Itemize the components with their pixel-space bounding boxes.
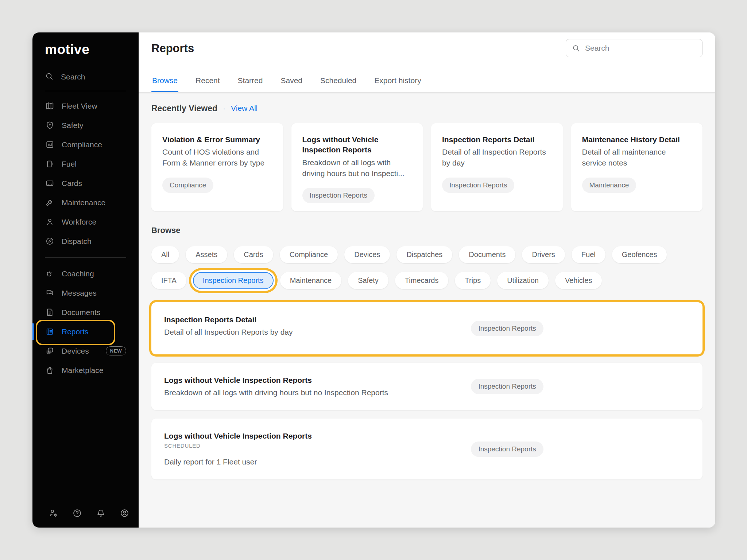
sidebar-item-label: Coaching [62, 269, 94, 278]
chip-devices[interactable]: Devices [344, 246, 390, 263]
sidebar-item-label: Documents [62, 308, 100, 317]
account-circle-icon[interactable] [120, 508, 129, 518]
admin-user-gear-icon[interactable] [49, 508, 58, 518]
chip-dispatches[interactable]: Dispatches [396, 246, 452, 263]
chip-maintenance[interactable]: Maintenance [280, 272, 342, 289]
tab-browse[interactable]: Browse [151, 76, 178, 92]
tab-saved[interactable]: Saved [280, 76, 303, 92]
report-list-item[interactable]: Logs without Vehicle Inspection Reports … [151, 419, 703, 479]
category-tag: Compliance [162, 178, 213, 193]
report-list-item[interactable]: Inspection Reports Detail Detail of all … [151, 302, 703, 354]
search-icon [572, 44, 580, 52]
report-card[interactable]: Logs without Vehicle Inspection Reports … [291, 123, 423, 211]
sidebar-item-fuel[interactable]: Fuel [32, 154, 139, 174]
chip-timecards[interactable]: Timecards [395, 272, 449, 289]
recently-viewed-cards: Violation & Error Summary Count of HOS v… [151, 123, 703, 211]
sidebar-search[interactable]: Search [45, 70, 139, 84]
sidebar-item-label: Reports [62, 327, 89, 336]
report-title: Inspection Reports Detail [164, 315, 690, 324]
shield-icon [45, 121, 54, 130]
card-description: Breakdown of all logs with driving hours… [302, 157, 412, 179]
card-description: Detail of all maintenance service notes [582, 147, 692, 168]
chip-fuel[interactable]: Fuel [572, 246, 605, 263]
sidebar-item-maintenance[interactable]: Maintenance [32, 193, 139, 212]
chip-drivers[interactable]: Drivers [522, 246, 565, 263]
card-description: Count of HOS violations and Form & Manne… [162, 147, 272, 168]
chip-ifta[interactable]: IFTA [151, 272, 186, 289]
search-icon [45, 72, 54, 82]
main-panel: Reports Browse Recent Starred Saved Sche… [139, 32, 715, 528]
chip-safety[interactable]: Safety [348, 272, 388, 289]
help-circle-icon[interactable] [72, 508, 82, 518]
view-all-link[interactable]: View All [231, 104, 258, 113]
report-list-item[interactable]: Logs without Vehicle Inspection Reports … [151, 363, 703, 410]
separator-dot: · [223, 104, 225, 113]
sidebar-item-fleet-view[interactable]: Fleet View [32, 96, 139, 116]
chip-inspection-reports[interactable]: Inspection Reports [193, 272, 274, 289]
reports-icon [45, 327, 54, 337]
sidebar-item-label: Cards [62, 179, 82, 188]
person-icon [45, 217, 54, 227]
sidebar-item-messages[interactable]: Messages [32, 283, 139, 303]
report-description: Breakdown of all logs with driving hours… [164, 388, 690, 397]
tab-scheduled[interactable]: Scheduled [320, 76, 357, 92]
category-tag: Inspection Reports [442, 178, 514, 193]
category-tag: Inspection Reports [471, 321, 543, 336]
category-tag: Inspection Reports [471, 379, 543, 394]
category-tag: Inspection Reports [302, 188, 375, 203]
sidebar-item-label: Compliance [62, 140, 102, 149]
sidebar-item-label: Fuel [62, 160, 77, 168]
sidebar-item-safety[interactable]: Safety [32, 116, 139, 135]
tab-recent[interactable]: Recent [195, 76, 221, 92]
report-tabs: Browse Recent Starred Saved Scheduled Ex… [151, 76, 422, 92]
sidebar-item-label: Dispatch [62, 237, 92, 246]
sidebar-nav-secondary: Coaching Messages Documents Reports Devi… [32, 264, 139, 380]
sidebar-item-label: Devices [62, 347, 89, 355]
sidebar-item-documents[interactable]: Documents [32, 303, 139, 322]
tab-export-history[interactable]: Export history [374, 76, 422, 92]
chip-compliance[interactable]: Compliance [280, 246, 338, 263]
chip-trips[interactable]: Trips [455, 272, 491, 289]
card-title: Inspection Reports Detail [442, 135, 552, 145]
page-header: Reports Browse Recent Starred Saved Sche… [139, 32, 715, 93]
sidebar-item-dispatch[interactable]: Dispatch [32, 232, 139, 251]
chip-cards[interactable]: Cards [234, 246, 273, 263]
sidebar-item-cards[interactable]: Cards [32, 174, 139, 193]
map-icon [45, 101, 54, 111]
chip-all[interactable]: All [151, 246, 179, 263]
whistle-icon [45, 269, 54, 279]
messages-icon [45, 288, 54, 298]
sidebar-search-label: Search [61, 73, 85, 81]
card-title: Violation & Error Summary [162, 135, 272, 145]
sidebar-item-label: Marketplace [62, 366, 103, 375]
chip-assets[interactable]: Assets [186, 246, 227, 263]
report-card[interactable]: Maintenance History Detail Detail of all… [571, 123, 703, 211]
wrench-icon [45, 198, 54, 207]
header-search-box[interactable] [566, 39, 703, 57]
sidebar-item-reports[interactable]: Reports [32, 322, 139, 341]
sidebar-item-marketplace[interactable]: Marketplace [32, 361, 139, 380]
card-description: Detail of all Inspection Reports by day [442, 147, 552, 168]
report-description: Daily report for 1 Fleet user [164, 458, 690, 466]
sidebar-item-coaching[interactable]: Coaching [32, 264, 139, 283]
sidebar-item-workforce[interactable]: Workforce [32, 212, 139, 232]
notifications-bell-icon[interactable] [96, 508, 106, 518]
sidebar-footer [32, 508, 139, 528]
chip-geofences[interactable]: Geofences [612, 246, 667, 263]
sidebar-item-label: Maintenance [62, 198, 105, 207]
report-card[interactable]: Violation & Error Summary Count of HOS v… [151, 123, 283, 211]
report-card[interactable]: Inspection Reports Detail Detail of all … [431, 123, 563, 211]
card-title: Maintenance History Detail [582, 135, 692, 145]
sidebar-item-devices[interactable]: Devices NEW [32, 341, 139, 361]
chip-documents[interactable]: Documents [459, 246, 515, 263]
chip-utilization[interactable]: Utilization [497, 272, 549, 289]
chip-vehicles[interactable]: Vehicles [555, 272, 602, 289]
category-chips-row-1: All Assets Cards Compliance Devices Disp… [151, 246, 703, 263]
app-window: motive Search Fleet View Safety Complian… [32, 32, 715, 528]
header-search-input[interactable] [584, 43, 696, 53]
category-tag: Maintenance [582, 178, 636, 193]
sidebar-item-label: Safety [62, 121, 84, 130]
tab-starred[interactable]: Starred [237, 76, 264, 92]
recently-viewed-heading: Recently Viewed [151, 104, 217, 113]
sidebar-item-compliance[interactable]: Compliance [32, 135, 139, 154]
